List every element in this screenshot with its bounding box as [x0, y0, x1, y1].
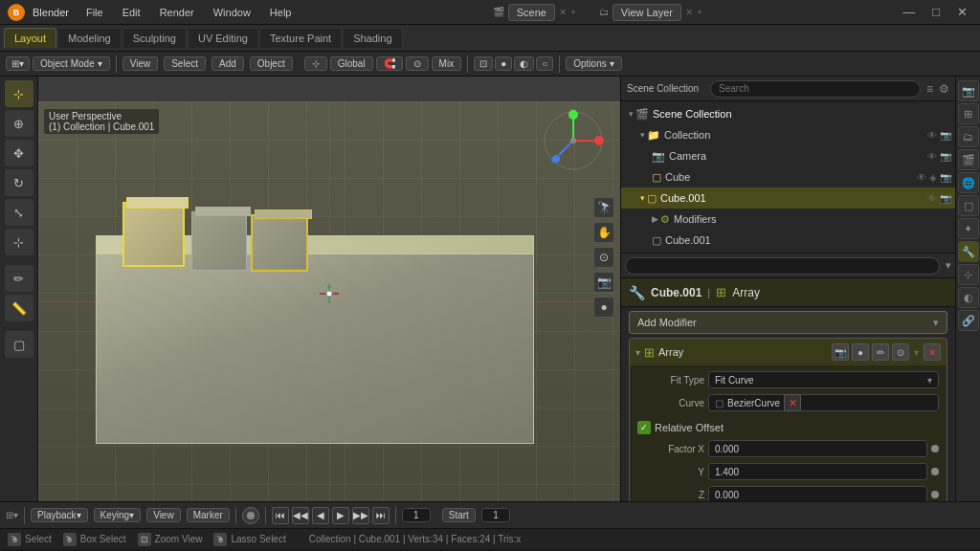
- tool-cursor[interactable]: ⊕: [5, 110, 33, 137]
- transform-orientation-button[interactable]: Global: [330, 56, 373, 71]
- view-orbit-tool[interactable]: ⊙: [593, 247, 614, 268]
- maximize-button[interactable]: □: [927, 5, 945, 19]
- array-delete-button[interactable]: ✕: [924, 343, 941, 361]
- wireframe-shading-button[interactable]: ⊡: [474, 56, 493, 71]
- tool-annotate[interactable]: ✏: [5, 265, 33, 292]
- jump-to-end-button[interactable]: ⏭: [372, 507, 390, 524]
- prop-tab-constraints[interactable]: 🔗: [958, 310, 979, 331]
- keying-menu-button[interactable]: Keying▾: [94, 508, 142, 522]
- array-camera-button[interactable]: 📷: [832, 343, 849, 361]
- prop-tab-world[interactable]: 🌐: [958, 172, 979, 193]
- prop-tab-view-layer[interactable]: 🗂: [958, 126, 979, 147]
- prop-tab-object-data[interactable]: ⊹: [958, 264, 979, 285]
- snap-button[interactable]: 🧲: [376, 56, 403, 71]
- tree-vis-render-camera[interactable]: 📷: [940, 151, 951, 162]
- rendered-shading-button[interactable]: ○: [536, 56, 553, 71]
- tree-vis-render-cube001[interactable]: 📷: [940, 193, 951, 204]
- tree-item-cube001[interactable]: ▾ ▢ Cube.001 👁 📷: [621, 187, 955, 209]
- prev-frame-button[interactable]: ◀: [312, 507, 329, 524]
- relative-offset-header[interactable]: ✓ Relative Offset: [637, 417, 939, 438]
- blend-mode-button[interactable]: Mix: [432, 56, 462, 71]
- solid-shading-button[interactable]: ●: [495, 56, 512, 71]
- add-modifier-button[interactable]: Add Modifier ▾: [629, 311, 947, 334]
- viewport-3d[interactable]: User Perspective (1) Collection | Cube.0…: [38, 77, 620, 501]
- prop-tab-object[interactable]: ▢: [958, 195, 979, 216]
- camera-view-tool[interactable]: 📷: [593, 272, 614, 293]
- properties-search-input[interactable]: [625, 257, 940, 275]
- jump-to-start-button[interactable]: ⏮: [272, 507, 289, 524]
- tree-vis-eye-camera[interactable]: 👁: [927, 151, 937, 162]
- editor-type-timeline-button[interactable]: ⊞▾: [6, 510, 18, 520]
- tree-vis-eye-cube001[interactable]: 👁: [927, 193, 937, 204]
- array-render-button[interactable]: ●: [852, 343, 869, 361]
- prev-keyframe-button[interactable]: ◀◀: [292, 507, 309, 524]
- viewport-view-menu[interactable]: View: [122, 56, 159, 71]
- prop-tab-particles[interactable]: ✦: [958, 218, 979, 239]
- menu-help[interactable]: Help: [264, 5, 298, 20]
- material-shading-button[interactable]: ◐: [514, 56, 534, 71]
- start-frame-button[interactable]: Start: [442, 508, 476, 522]
- view-menu-button[interactable]: View: [146, 508, 181, 522]
- tree-vis-eye-cube[interactable]: 👁: [917, 172, 926, 183]
- factor-y-input[interactable]: 1.400: [708, 463, 927, 480]
- close-button[interactable]: ✕: [952, 5, 972, 19]
- array-edit-button[interactable]: ✏: [872, 343, 889, 361]
- tool-move[interactable]: ✥: [5, 140, 33, 166]
- mode-selector-button[interactable]: Object Mode ▾: [33, 56, 110, 71]
- playback-menu-button[interactable]: Playback▾: [31, 508, 88, 522]
- current-frame-display[interactable]: 1: [402, 508, 431, 522]
- tree-item-scene-collection[interactable]: ▾ 🎬 Scene Collection: [621, 103, 955, 124]
- viewport-select-menu[interactable]: Select: [164, 56, 206, 71]
- view-layer-selector[interactable]: View Layer: [612, 4, 681, 21]
- prop-tab-scene[interactable]: 🎬: [958, 149, 979, 170]
- tab-modeling[interactable]: Modeling: [57, 28, 122, 48]
- prop-tab-modifiers[interactable]: 🔧: [958, 241, 979, 262]
- prop-tab-output[interactable]: ⊞: [958, 103, 979, 124]
- prop-tab-render[interactable]: 📷: [958, 80, 979, 101]
- tool-scale[interactable]: ⤡: [5, 199, 33, 226]
- menu-window[interactable]: Window: [208, 5, 256, 20]
- curve-clear-button[interactable]: ✕: [784, 394, 801, 411]
- view-zoom-tool[interactable]: 🔭: [593, 197, 614, 218]
- tree-vis-render-cube[interactable]: 📷: [940, 172, 951, 183]
- tab-layout[interactable]: Layout: [4, 28, 56, 48]
- fit-type-value[interactable]: Fit Curve ▾: [708, 371, 939, 388]
- sync-toggle-button[interactable]: [242, 507, 259, 524]
- outliner-search-input[interactable]: [710, 80, 921, 98]
- menu-edit[interactable]: Edit: [117, 5, 146, 20]
- end-frame-display[interactable]: 1: [481, 508, 510, 522]
- menu-render[interactable]: Render: [154, 5, 200, 20]
- factor-z-input[interactable]: 0.000: [708, 486, 927, 501]
- options-menu-button[interactable]: Options ▾: [566, 56, 621, 71]
- tree-item-collection[interactable]: ▾ 📁 Collection 👁 📷: [621, 124, 955, 145]
- proportional-edit-button[interactable]: ⊙: [406, 56, 429, 71]
- tool-transform[interactable]: ⊹: [5, 229, 33, 255]
- tab-sculpting[interactable]: Sculpting: [122, 28, 187, 48]
- curve-value[interactable]: ▢ BezierCurve ✕: [708, 394, 939, 411]
- tree-vis-filter-cube[interactable]: ◈: [929, 172, 937, 183]
- viewport-object-menu[interactable]: Object: [250, 56, 293, 71]
- tool-rotate[interactable]: ↻: [5, 169, 33, 196]
- marker-menu-button[interactable]: Marker: [187, 508, 230, 522]
- tree-vis-eye-collection[interactable]: 👁: [927, 130, 937, 141]
- tree-item-cube[interactable]: ▢ Cube 👁 ◈ 📷: [621, 166, 955, 187]
- transform-pivot-button[interactable]: ⊹: [304, 56, 327, 71]
- tree-item-camera[interactable]: 📷 Camera 👁 📷: [621, 145, 955, 166]
- tool-select[interactable]: ⊹: [5, 80, 33, 107]
- array-expand-button[interactable]: ▾: [635, 347, 640, 358]
- properties-options-button[interactable]: ▾: [946, 259, 951, 272]
- tab-shading[interactable]: Shading: [343, 28, 402, 48]
- tree-vis-render-collection[interactable]: 📷: [940, 130, 951, 141]
- tree-item-modifiers[interactable]: ▶ ⚙ Modifiers: [621, 209, 955, 230]
- menu-file[interactable]: File: [80, 5, 109, 20]
- play-button[interactable]: ▶: [332, 507, 349, 524]
- next-frame-button[interactable]: ▶▶: [352, 507, 369, 524]
- array-realtime-button[interactable]: ⊙: [892, 343, 909, 361]
- tool-measure[interactable]: 📏: [5, 295, 33, 321]
- relative-offset-checkbox[interactable]: ✓: [637, 421, 651, 434]
- tool-add-cube[interactable]: ▢: [5, 331, 33, 358]
- view-pan-tool[interactable]: ✋: [593, 222, 614, 243]
- prop-tab-material[interactable]: ◐: [958, 287, 979, 308]
- tab-uv-editing[interactable]: UV Editing: [188, 28, 258, 48]
- viewport-add-menu[interactable]: Add: [212, 56, 244, 71]
